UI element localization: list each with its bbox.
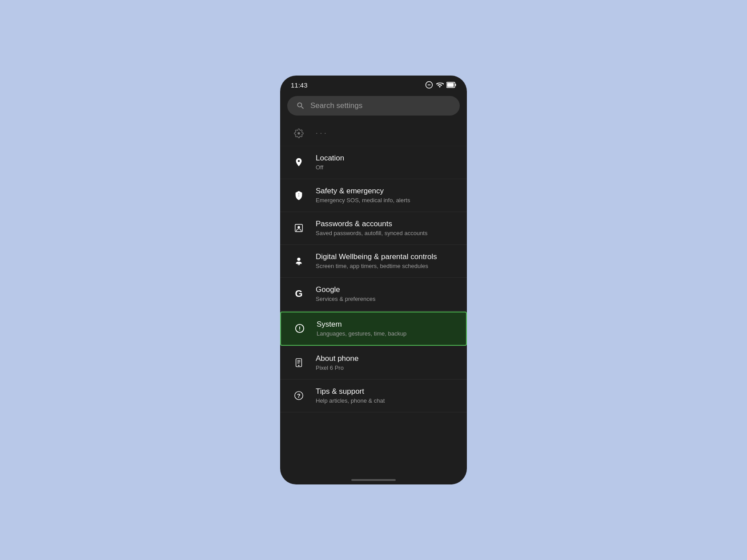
svg-rect-4 — [455, 84, 456, 86]
google-title: Google — [316, 285, 375, 295]
system-text: System Languages, gestures, time, backup — [317, 320, 406, 338]
wellbeing-subtitle: Screen time, app timers, bedtime schedul… — [316, 263, 437, 270]
location-text: Location Off — [316, 153, 344, 172]
location-subtitle: Off — [316, 164, 344, 172]
tips-subtitle: Help articles, phone & chat — [316, 397, 385, 405]
svg-point-13 — [299, 330, 300, 331]
safety-title: Safety & emergency — [316, 186, 410, 196]
passwords-subtitle: Saved passwords, autofill, synced accoun… — [316, 230, 427, 237]
search-bar-container: Search settings — [280, 92, 467, 121]
tips-icon: ? — [291, 388, 307, 404]
safety-text: Safety & emergency Emergency SOS, medica… — [316, 186, 410, 204]
about-icon — [291, 355, 307, 371]
google-icon: G — [291, 286, 307, 302]
passwords-text: Passwords & accounts Saved passwords, au… — [316, 219, 427, 237]
search-bar[interactable]: Search settings — [287, 96, 460, 116]
svg-rect-3 — [447, 83, 454, 87]
system-icon — [292, 320, 308, 336]
location-icon — [291, 154, 307, 170]
settings-item-passwords[interactable]: Passwords & accounts Saved passwords, au… — [280, 212, 467, 245]
settings-item-location[interactable]: Location Off — [280, 146, 467, 179]
settings-item-system[interactable]: System Languages, gestures, time, backup — [280, 312, 467, 346]
partial-icon — [291, 125, 307, 141]
status-time: 11:43 — [291, 81, 308, 89]
passwords-icon — [291, 220, 307, 236]
google-subtitle: Services & preferences — [316, 296, 375, 303]
settings-item-wellbeing[interactable]: Digital Wellbeing & parental controls Sc… — [280, 245, 467, 278]
svg-point-5 — [297, 132, 300, 135]
settings-item-about[interactable]: About phone Pixel 6 Pro — [280, 347, 467, 380]
status-icons — [425, 81, 456, 89]
wifi-icon — [436, 81, 444, 89]
status-bar: 11:43 — [280, 76, 467, 92]
search-icon — [296, 101, 305, 110]
tips-text: Tips & support Help articles, phone & ch… — [316, 387, 385, 405]
system-subtitle: Languages, gestures, time, backup — [317, 330, 406, 338]
tips-title: Tips & support — [316, 387, 385, 396]
wellbeing-text: Digital Wellbeing & parental controls Sc… — [316, 252, 437, 270]
svg-text:?: ? — [297, 392, 301, 399]
safety-subtitle: Emergency SOS, medical info, alerts — [316, 197, 410, 204]
partial-top-item: · · · — [280, 121, 467, 146]
wellbeing-icon — [291, 253, 307, 269]
svg-point-8 — [297, 226, 300, 229]
about-subtitle: Pixel 6 Pro — [316, 364, 358, 372]
svg-point-9 — [297, 258, 300, 261]
wellbeing-title: Digital Wellbeing & parental controls — [316, 252, 437, 262]
about-title: About phone — [316, 354, 358, 364]
home-indicator — [280, 475, 467, 484]
location-title: Location — [316, 153, 344, 163]
safety-icon: ✳ — [291, 187, 307, 203]
partial-text: · · · — [316, 128, 326, 138]
settings-item-safety[interactable]: ✳ Safety & emergency Emergency SOS, medi… — [280, 179, 467, 212]
home-bar — [351, 479, 396, 481]
settings-list: · · · Location Off ✳ — [280, 121, 467, 475]
svg-text:✳: ✳ — [297, 193, 301, 197]
settings-item-tips[interactable]: ? Tips & support Help articles, phone & … — [280, 380, 467, 412]
system-title: System — [317, 320, 406, 329]
search-placeholder: Search settings — [310, 101, 362, 110]
google-text: Google Services & preferences — [316, 285, 375, 303]
about-text: About phone Pixel 6 Pro — [316, 354, 358, 372]
phone-frame: 11:43 Search settings — [280, 76, 467, 484]
passwords-title: Passwords & accounts — [316, 219, 427, 229]
dnd-icon — [425, 81, 433, 89]
svg-point-18 — [298, 365, 300, 366]
settings-item-google[interactable]: G Google Services & preferences — [280, 278, 467, 311]
battery-icon — [446, 82, 456, 88]
